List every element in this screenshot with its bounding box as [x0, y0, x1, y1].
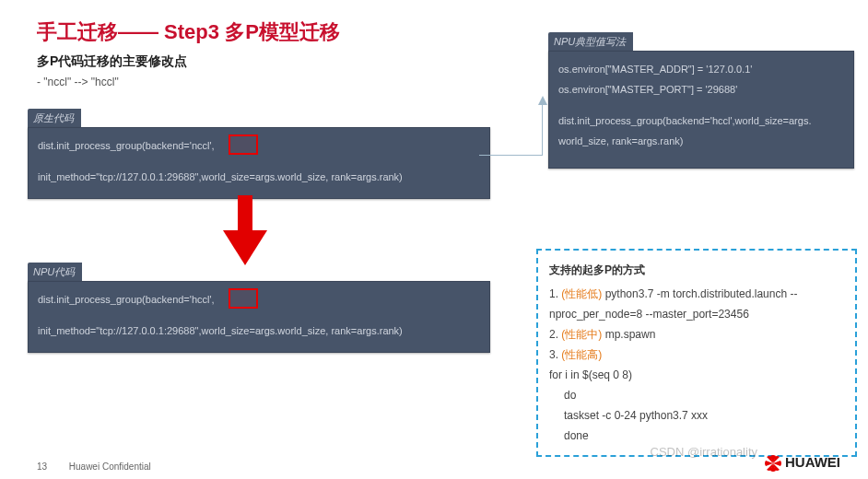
codebox-npu: dist.init_process_group(backend='hccl', … — [28, 281, 490, 353]
perf-high: (性能高) — [561, 348, 602, 361]
info-line: for i in $(seq 0 8) — [549, 365, 844, 385]
code-line: world_size, rank=args.rank) — [558, 131, 844, 151]
connector-line — [479, 155, 543, 156]
text: 1. — [549, 287, 561, 300]
info-line: nproc_per_node=8 --master_port=23456 — [549, 304, 844, 324]
text: mp.spawn — [602, 328, 655, 341]
infobox-support: 支持的起多P的方式 1. (性能低) python3.7 -m torch.di… — [536, 249, 857, 457]
connector-line — [542, 101, 543, 155]
code-line: os.environ["MASTER_PORT"] = '29688' — [558, 79, 844, 99]
code-line: os.environ["MASTER_ADDR"] = '127.0.0.1' — [558, 59, 844, 79]
petal-icon — [765, 455, 781, 472]
code-line: dist.init_process_group(backend='nccl', — [38, 135, 480, 156]
info-line: done — [549, 426, 844, 446]
code-line: dist.init_process_group(backend='hccl',w… — [558, 111, 844, 131]
info-line: 1. (性能低) python3.7 -m torch.distributed.… — [549, 284, 844, 304]
text: python3.7 -m torch.distributed.launch -- — [602, 287, 797, 300]
watermark: CSDN @irrationality — [651, 445, 758, 459]
tag-npu: NPU代码 — [28, 263, 82, 282]
huawei-logo: HUAWEI — [765, 454, 840, 472]
info-line: taskset -c 0-24 python3.7 xxx — [549, 405, 844, 426]
codebox-original: dist.init_process_group(backend='nccl', … — [28, 127, 490, 199]
codebox-typical: os.environ["MASTER_ADDR"] = '127.0.0.1' … — [548, 51, 854, 169]
footer: 13 Huawei Confidential — [37, 461, 151, 472]
code-line: dist.init_process_group(backend='hccl', — [38, 289, 480, 310]
code-line: init_method="tcp://127.0.0.1:29688",worl… — [38, 167, 480, 187]
highlight-hccl — [229, 288, 258, 309]
text: 2. — [549, 328, 561, 341]
arrow-up-icon — [538, 96, 547, 105]
page-number: 13 — [37, 461, 66, 472]
perf-low: (性能低) — [561, 287, 602, 300]
perf-mid: (性能中) — [561, 328, 602, 341]
info-line: do — [549, 385, 844, 405]
logo-text: HUAWEI — [785, 454, 840, 470]
code-line: init_method="tcp://127.0.0.1:29688",worl… — [38, 321, 480, 341]
svg-marker-2 — [538, 96, 547, 105]
arrow-down-icon — [223, 195, 267, 267]
confidential-label: Huawei Confidential — [69, 461, 151, 472]
tag-typical: NPU典型值写法 — [548, 32, 633, 52]
info-line: 2. (性能中) mp.spawn — [549, 324, 844, 345]
info-line: 3. (性能高) — [549, 345, 844, 365]
change-bullet: - "nccl" --> "hccl" — [37, 76, 119, 88]
text: 3. — [549, 348, 561, 361]
svg-rect-0 — [238, 195, 252, 232]
highlight-nccl — [229, 134, 258, 155]
tag-original: 原生代码 — [28, 109, 81, 128]
svg-marker-1 — [223, 230, 267, 265]
slide-subtitle: 多P代码迁移的主要修改点 — [37, 53, 187, 70]
slide-title: 手工迁移—— Step3 多P模型迁移 — [37, 18, 340, 46]
infobox-header: 支持的起多P的方式 — [549, 260, 844, 280]
slide: { "header": { "title": "手工迁移—— Step3 多P模… — [0, 0, 868, 479]
